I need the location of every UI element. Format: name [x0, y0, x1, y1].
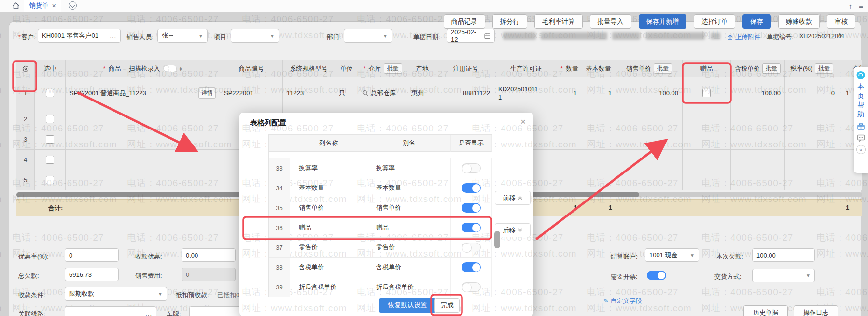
toolbar-button-批量导入[interactable]: 批量导入	[590, 14, 631, 29]
cell	[581, 170, 616, 190]
product-detail-button[interactable]: 详情	[198, 87, 216, 99]
cell: KD2025010111	[494, 77, 558, 109]
tab-list-dropdown-icon[interactable]	[69, 1, 77, 10]
batch-set-button[interactable]: 批量	[762, 63, 781, 74]
need-invoice-toggle[interactable]	[647, 271, 666, 280]
project-label: 项目:	[214, 33, 228, 42]
calendar-icon[interactable]	[484, 32, 490, 39]
menu-icon[interactable]: ≡	[859, 2, 863, 10]
toolbar-button-审核[interactable]: 审核	[827, 14, 855, 29]
restore-defaults-button[interactable]: 恢复默认设置	[379, 298, 436, 313]
scan-mode-toggle[interactable]	[163, 65, 177, 72]
modal-col-别名: 别名	[367, 135, 451, 152]
customer-input[interactable]: KH0001 零售客户01...	[38, 29, 121, 43]
deduct-prepaid-value: 已抵扣0	[217, 291, 239, 300]
modal-column-alias: 含税单价	[367, 258, 451, 277]
sort-icon[interactable]: ▲▼	[179, 66, 182, 71]
move-down-button[interactable]: 后移	[495, 223, 531, 237]
modal-column-alias: 基本数量	[367, 178, 451, 198]
batch-set-button[interactable]: 批量	[384, 63, 402, 74]
total-debt-input[interactable]: 6916.73	[65, 268, 119, 281]
cell	[616, 129, 683, 150]
delivery-method-select[interactable]: ▼	[752, 269, 815, 282]
column-header-settings[interactable]	[16, 60, 35, 77]
table-row: 1SP222001 普通商品_11223详情SP22200111223只总部仓库…	[16, 77, 862, 109]
double-chevron-up-icon	[518, 195, 523, 201]
visibility-toggle-销售单价[interactable]	[462, 203, 481, 213]
toolbar-button-商品记录[interactable]: 商品记录	[444, 14, 485, 29]
page-help-button[interactable]: 本页帮助	[857, 82, 864, 119]
home-icon[interactable]	[12, 1, 20, 10]
visibility-toggle-基本数量[interactable]	[462, 183, 481, 193]
cell	[558, 150, 581, 170]
history-bills-button[interactable]: 历史单据	[743, 305, 788, 316]
department-select[interactable]: ▼	[344, 29, 392, 43]
toolbar-button-拆分行[interactable]: 拆分行	[492, 14, 528, 29]
custom-fields-link[interactable]: ✎ 自定义字段	[603, 297, 642, 305]
watermark-text: 网址：www.tdxsoft.com	[0, 193, 2, 205]
cell: 1	[581, 77, 616, 109]
modal-column-name: 销售单价	[290, 198, 367, 218]
scroll-top-icon[interactable]: ↑	[849, 2, 853, 10]
upload-attachment-link[interactable]: 上传附件	[727, 33, 760, 42]
modal-close-icon[interactable]: ×	[520, 116, 526, 127]
done-button[interactable]: 完成	[434, 298, 460, 313]
row-checkbox[interactable]	[46, 89, 54, 97]
move-up-button[interactable]: 前移	[495, 191, 531, 205]
customer-service-icon[interactable]	[856, 71, 865, 79]
batch-set-button[interactable]: 批量	[654, 63, 672, 74]
toolbar-button-赊账收款[interactable]: 赊账收款	[778, 14, 820, 29]
gear-icon[interactable]	[22, 65, 29, 72]
modal-row-number: 34	[269, 178, 290, 198]
bill-date-input[interactable]: 2025-02-12	[447, 29, 495, 43]
column-header-生产许可证: 生产许可证	[494, 60, 558, 77]
toolbar-button-选择订单[interactable]: 选择订单	[694, 14, 735, 29]
search-icon[interactable]	[362, 90, 368, 96]
related-route-input[interactable]: ...	[65, 306, 156, 316]
visibility-toggle-赠品[interactable]	[462, 223, 481, 232]
toolbar-button-保存[interactable]: 保存	[742, 14, 771, 29]
edit-bill-no-icon[interactable]: ✎	[838, 32, 843, 40]
operation-log-button[interactable]: 操作日志	[794, 305, 838, 316]
cell	[558, 170, 581, 190]
row-number: 5	[16, 170, 35, 190]
modal-column-alias: 换算率	[367, 158, 451, 178]
visibility-toggle-零售价[interactable]	[462, 243, 481, 252]
gift-checkbox[interactable]	[702, 89, 711, 97]
visibility-toggle-换算率[interactable]	[462, 163, 481, 173]
feedback-icon[interactable]	[856, 133, 865, 142]
tab-sales-invoice[interactable]: 销货单 ×	[24, 0, 61, 12]
toolbar-button-毛利率计算[interactable]: 毛利率计算	[534, 14, 583, 29]
redacted-text	[541, 32, 607, 40]
modal-scrollbar-thumb[interactable]	[494, 231, 500, 248]
row-checkbox[interactable]	[46, 176, 54, 184]
sales-expense-input[interactable]: 0	[182, 268, 236, 281]
row-checkbox[interactable]	[46, 135, 54, 144]
column-header-label: 商品 -- 扫描枪录入	[109, 64, 160, 73]
current-debt-input[interactable]: 100.00	[752, 248, 815, 262]
collapse-panel-icon[interactable]: »	[856, 145, 866, 154]
gift-icon[interactable]	[856, 122, 865, 130]
collection-discount-input[interactable]: 0.00	[182, 248, 236, 262]
watermark-text: 电话：4006-6500-27	[357, 122, 448, 135]
tab-close-icon[interactable]: ×	[52, 2, 56, 10]
row-checkbox[interactable]	[46, 156, 54, 164]
modal-column-row: 38含税单价含税单价	[269, 258, 492, 277]
settle-account-select[interactable]: 1001 现金▼	[645, 248, 699, 262]
visibility-toggle-折后含税单价[interactable]	[462, 282, 481, 292]
row-checkbox[interactable]	[46, 115, 54, 123]
discount-rate-input[interactable]: 0	[65, 248, 119, 262]
route-picker-icon[interactable]: ...	[145, 310, 152, 316]
visibility-toggle-含税单价[interactable]	[462, 262, 481, 272]
batch-set-button[interactable]: 批量	[815, 63, 833, 74]
cell: 只	[335, 77, 358, 109]
column-header-label: 数量	[566, 64, 578, 73]
cell	[581, 150, 616, 170]
customer-picker-icon[interactable]: ...	[110, 32, 116, 40]
project-select[interactable]: ▼	[231, 29, 279, 43]
redacted-text	[646, 32, 705, 40]
cell	[731, 109, 785, 129]
toolbar-button-保存并新增[interactable]: 保存并新增	[639, 14, 687, 29]
salesperson-select[interactable]: 张三▼	[157, 29, 208, 43]
collection-terms-select[interactable]: 限期收款▼	[65, 287, 167, 301]
